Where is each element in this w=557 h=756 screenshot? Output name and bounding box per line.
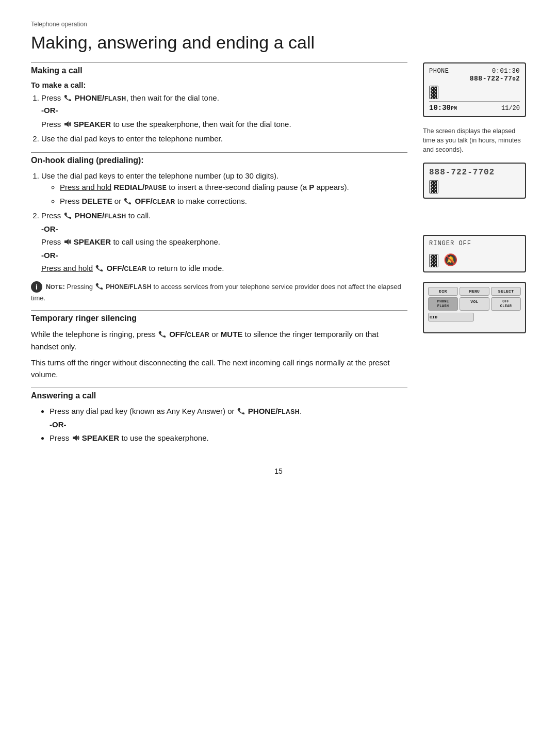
battery-icon: ▓ [429, 86, 438, 99]
speaker-icon-answer [72, 433, 82, 442]
or-label-answer: -OR- [50, 419, 407, 431]
note-text: NOTE: Pressing PHONE/FLASH to access ser… [31, 283, 401, 302]
svg-marker-0 [64, 121, 69, 127]
phone-flash-label-2: PHONE/FLASH [75, 211, 126, 220]
speaker-label-2: SPEAKER [74, 237, 111, 246]
ringer-body-2: This turns off the ringer without discon… [31, 357, 407, 381]
speaker-icon-1 [63, 120, 74, 128]
keypad-bottom: CID [428, 313, 521, 321]
off-clear-ringer: OFF/CLEAR [169, 330, 209, 339]
off-icon-ringer [158, 330, 169, 339]
speaker-label-answer: SPEAKER [82, 433, 120, 442]
keypad-dir: DIR [428, 287, 458, 296]
ringer-body-1: While the telephone is ringing, press OF… [31, 328, 407, 352]
press-and-hold-label: Press and hold [60, 183, 111, 191]
display-date: 11/20 [501, 105, 520, 112]
phone-icon-note [95, 283, 106, 291]
phone-icon-1 [63, 93, 75, 102]
predialing-number: 888-722-7702 [429, 168, 520, 177]
on-hook-bullets: Press and hold REDIAL/PAUSE to insert a … [60, 182, 407, 207]
battery-icon-3: ▓ [429, 254, 438, 267]
phone-icon-2 [63, 211, 75, 220]
section-temporary-ringer: Temporary ringer silencing While the tel… [31, 310, 407, 380]
answering-header: Answering a call [31, 388, 407, 400]
on-hook-dialing-header: On-hook dialing (predialing): [31, 152, 407, 165]
bell-mute-icon: 🔕 [444, 253, 457, 267]
to-make-a-call-subheader: To make a call: [31, 81, 407, 89]
ringer-icons-row: ▓ 🔕 [429, 253, 520, 267]
phone-icon-answer [237, 407, 248, 415]
phone-flash-answer: PHONE/FLASH [248, 407, 300, 415]
breadcrumb: Telephone operation [31, 21, 526, 28]
or-label-2: -OR- [41, 223, 407, 235]
on-hook-step-2: Press PHONE/FLASH to call. -OR- Press [41, 210, 407, 275]
answering-bullets: Press any dial pad key (known as Any Key… [50, 406, 407, 444]
note-box: i NOTE: Pressing PHONE/FLASH to access s… [31, 282, 407, 303]
off-icon-2 [95, 264, 106, 272]
section-making-a-call: Making a call To make a call: Press PHON… [31, 62, 407, 145]
delete-label: DELETE [82, 197, 112, 205]
keypad-display: DIR MENU SELECT PHONEFLASH VOL OFFCLEAR … [423, 282, 526, 333]
or-label-1: -OR- [41, 105, 407, 117]
step-1: Press PHONE/FLASH, then wait for the dia… [41, 92, 407, 131]
making-a-call-header: Making a call [31, 62, 407, 75]
section-on-hook-dialing: On-hook dialing (predialing): Use the di… [31, 152, 407, 275]
spacer-note [423, 204, 526, 235]
making-a-call-steps: Press PHONE/FLASH, then wait for the dia… [41, 92, 407, 145]
bullet-redial: Press and hold REDIAL/PAUSE to insert a … [60, 182, 407, 194]
keypad-menu: MENU [460, 287, 489, 296]
keypad-off-clear: OFFCLEAR [491, 297, 521, 311]
phone-flash-label-1: PHONE/FLASH [75, 93, 126, 102]
off-icon-1 [123, 197, 135, 205]
phone-flash-note: PHONE/FLASH [106, 283, 152, 291]
note-icon: i [31, 281, 42, 293]
keypad-vol: VOL [460, 297, 489, 311]
bullet-delete: Press DELETE or OFF/CLEAR to make correc… [60, 196, 407, 207]
or-label-3: -OR- [41, 250, 407, 262]
off-clear-label-1: OFF/CLEAR [135, 197, 175, 205]
press-and-hold-label-2: Press and hold [41, 264, 93, 272]
svg-marker-1 [64, 239, 69, 245]
speaker-icon-2 [63, 237, 74, 246]
step-2: Use the dial pad keys to enter the telep… [41, 133, 407, 145]
display-time: 0:01:30 [492, 68, 520, 75]
keypad-grid: DIR MENU SELECT PHONEFLASH VOL OFFCLEAR [428, 287, 521, 311]
keypad-cid: CID [428, 313, 474, 321]
page-number: 15 [31, 467, 526, 475]
predialing-display: 888-722-7702 ▓ [423, 163, 526, 199]
off-clear-label-2: OFF/CLEAR [106, 264, 146, 272]
display-number: 888-722-7702 [429, 75, 520, 83]
answer-bullet-1: Press any dial pad key (known as Any Key… [50, 406, 407, 430]
speaker-label-1: SPEAKER [74, 120, 111, 128]
ringer-off-label: RINGER OFF [429, 240, 520, 247]
display-caption: The screen displays the elapsed time as … [423, 126, 526, 154]
ringer-display: RINGER OFF ▓ 🔕 [423, 235, 526, 272]
redial-pause-label: REDIAL/PAUSE [113, 183, 167, 191]
svg-marker-2 [73, 435, 77, 441]
left-column: Making a call To make a call: Press PHON… [31, 62, 407, 452]
right-column: PHONE 0:01:30 888-722-7702 ▓ 10:30PM 11/… [423, 62, 526, 452]
on-hook-steps: Use the dial pad keys to enter the telep… [41, 170, 407, 275]
section-answering: Answering a call Press any dial pad key … [31, 388, 407, 444]
temporary-ringer-header: Temporary ringer silencing [31, 310, 407, 323]
display-clock: 10:30PM [429, 104, 457, 112]
call-display: PHONE 0:01:30 888-722-7702 ▓ 10:30PM 11/… [423, 62, 526, 117]
mute-label: MUTE [221, 330, 243, 339]
keypad-select: SELECT [491, 287, 521, 296]
battery-icon-2: ▓ [429, 180, 438, 194]
answer-bullet-2: Press SPEAKER to use the speakerphone. [50, 432, 407, 444]
display-phone-label: PHONE [429, 68, 449, 75]
on-hook-step-1: Use the dial pad keys to enter the telep… [41, 170, 407, 207]
keypad-phone-flash: PHONEFLASH [428, 297, 458, 311]
page-title: Making, answering and ending a call [31, 32, 526, 53]
